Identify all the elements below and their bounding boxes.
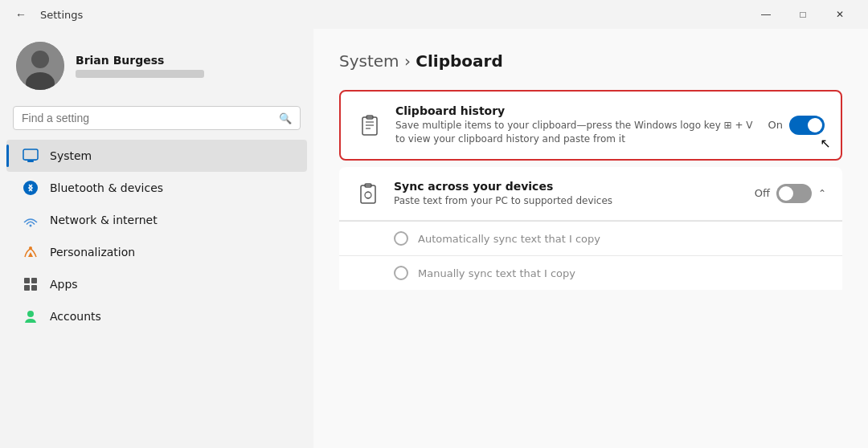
clipboard-history-status: On	[768, 119, 783, 131]
bluetooth-icon	[23, 180, 39, 196]
sync-devices-control: Off ⌃	[755, 184, 826, 203]
restore-button[interactable]: □	[784, 0, 821, 29]
network-icon	[23, 212, 39, 228]
auto-sync-option[interactable]: Automatically sync text that I copy	[339, 222, 842, 256]
sidebar-item-bluetooth[interactable]: Bluetooth & devices	[6, 172, 307, 204]
breadcrumb-separator: ›	[404, 51, 416, 71]
clipboard-history-desc: Save multiple items to your clipboard—pr…	[395, 119, 755, 146]
clipboard-history-item: Clipboard history Save multiple items to…	[341, 92, 841, 159]
sidebar-item-accounts[interactable]: Accounts	[6, 300, 307, 332]
sync-toggle-thumb	[779, 186, 793, 201]
manual-sync-option[interactable]: Manually sync text that I copy	[339, 256, 842, 290]
sidebar: Brian Burgess 🔍 System	[0, 29, 313, 448]
user-section: Brian Burgess	[0, 29, 313, 103]
manual-sync-label: Manually sync text that I copy	[418, 267, 575, 279]
svg-rect-5	[25, 160, 36, 161]
svg-point-7	[30, 225, 32, 227]
sidebar-item-network[interactable]: Network & internet	[6, 204, 307, 236]
breadcrumb-current: Clipboard	[416, 51, 502, 71]
sync-devices-icon	[355, 181, 381, 206]
sidebar-nav: System Bluetooth & devices	[0, 140, 313, 332]
sidebar-item-network-label: Network & internet	[50, 214, 158, 226]
sync-devices-content: Sync across your devices Paste text from…	[394, 180, 742, 208]
breadcrumb-parent: System	[339, 51, 399, 71]
svg-point-8	[29, 246, 32, 250]
sidebar-item-system[interactable]: System	[6, 140, 307, 172]
sync-devices-desc: Paste text from your PC to supported dev…	[394, 194, 742, 208]
search-box: 🔍	[13, 106, 301, 130]
manual-sync-radio[interactable]	[394, 266, 408, 280]
sidebar-item-apps[interactable]: Apps	[6, 268, 307, 300]
svg-rect-12	[31, 285, 37, 291]
sidebar-item-apps-label: Apps	[50, 278, 78, 291]
svg-rect-10	[31, 278, 37, 283]
sidebar-item-bluetooth-label: Bluetooth & devices	[50, 181, 163, 194]
svg-point-21	[365, 192, 371, 198]
sync-devices-item: Sync across your devices Paste text from…	[339, 167, 842, 222]
clipboard-history-icon	[357, 112, 383, 138]
sidebar-item-accounts-label: Accounts	[50, 310, 101, 323]
avatar	[16, 42, 64, 90]
search-container: 🔍	[0, 103, 313, 140]
auto-sync-label: Automatically sync text that I copy	[418, 233, 600, 245]
toggle-thumb	[808, 118, 822, 132]
sidebar-item-personalization-label: Personalization	[50, 246, 135, 259]
svg-point-6	[23, 181, 38, 195]
svg-rect-14	[362, 117, 377, 135]
sync-devices-toggle[interactable]	[776, 184, 812, 203]
sync-devices-title: Sync across your devices	[394, 180, 742, 193]
sidebar-item-personalization[interactable]: Personalization	[6, 236, 307, 268]
titlebar: ← Settings — □ ✕	[0, 0, 868, 29]
main-layout: Brian Burgess 🔍 System	[0, 29, 868, 448]
svg-rect-3	[23, 149, 38, 160]
cursor-icon: ↖	[821, 136, 831, 151]
user-name: Brian Burgess	[76, 54, 204, 67]
sync-devices-card: Sync across your devices Paste text from…	[339, 167, 842, 291]
svg-point-1	[31, 51, 49, 68]
system-icon	[23, 148, 39, 164]
svg-rect-9	[24, 278, 30, 283]
clipboard-history-title: Clipboard history	[395, 104, 755, 117]
auto-sync-radio[interactable]	[394, 231, 408, 246]
app-title: Settings	[40, 9, 83, 21]
svg-point-13	[27, 311, 34, 317]
clipboard-history-toggle[interactable]: ↖	[789, 116, 825, 135]
svg-rect-11	[24, 285, 30, 291]
content-area: System › Clipboard Clipboard	[313, 29, 868, 448]
user-info: Brian Burgess	[76, 54, 204, 78]
search-input[interactable]	[22, 112, 272, 124]
accounts-icon	[23, 308, 39, 324]
close-button[interactable]: ✕	[821, 0, 858, 29]
clipboard-history-card: Clipboard history Save multiple items to…	[339, 90, 842, 161]
page-header: System › Clipboard	[339, 51, 842, 71]
sidebar-item-system-label: System	[50, 149, 92, 162]
back-button[interactable]: ←	[10, 3, 32, 26]
minimize-button[interactable]: —	[747, 0, 784, 29]
window-controls: — □ ✕	[747, 0, 858, 29]
clipboard-history-control: On ↖	[768, 116, 825, 135]
user-email-bar	[76, 70, 204, 78]
apps-icon	[23, 276, 39, 292]
search-icon: 🔍	[279, 112, 292, 124]
sync-expand-chevron[interactable]: ⌃	[818, 188, 826, 199]
svg-rect-4	[27, 161, 34, 162]
sync-devices-status: Off	[755, 187, 770, 199]
svg-rect-19	[361, 185, 375, 203]
clipboard-history-content: Clipboard history Save multiple items to…	[395, 104, 755, 146]
breadcrumb: System › Clipboard	[339, 51, 503, 71]
personalization-icon	[23, 244, 39, 260]
